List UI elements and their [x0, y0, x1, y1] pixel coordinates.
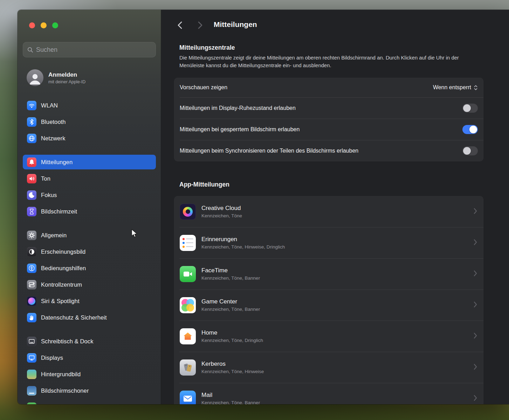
setting-label: Vorschauen zeigen	[180, 84, 227, 91]
moon-icon	[27, 190, 36, 200]
bell-icon	[27, 158, 36, 167]
forward-button[interactable]	[196, 20, 204, 30]
app-row-game-center[interactable]: Game Center Kennzeichen, Töne, Banner	[174, 289, 483, 321]
app-settings-summary: Kennzeichen, Töne, Dringlich	[201, 338, 468, 343]
sidebar-item-label: Ton	[41, 175, 50, 182]
app-row-erinnerungen[interactable]: Erinnerungen Kennzeichen, Töne, Hinweise…	[174, 227, 483, 258]
sidebar-item-label: Bedienungshilfen	[41, 265, 86, 272]
close-button[interactable]	[29, 22, 35, 28]
sidebar-item-siri-spotlight[interactable]: Siri & Spotlight	[23, 294, 156, 308]
appearance-icon	[27, 247, 36, 257]
ruhezustand-toggle[interactable]	[462, 104, 478, 113]
hourglass-icon	[27, 207, 36, 216]
wifi-icon	[27, 101, 36, 110]
section-description: Die Mitteilungszentrale zeigt dir deine …	[179, 54, 478, 69]
wallpaper-icon	[27, 370, 36, 379]
app-name: FaceTime	[201, 267, 468, 274]
sidebar-nav: WLAN Bluetooth Netzwerk Mitteilungen Ton	[23, 98, 156, 404]
bluetooth-icon	[27, 117, 36, 127]
setting-label: Mitteilungen beim Synchronisieren oder T…	[180, 148, 358, 154]
setting-label: Mitteilungen im Display-Ruhezustand erla…	[180, 105, 296, 111]
chevron-right-icon	[474, 395, 477, 402]
globe-icon	[27, 134, 36, 143]
sidebar-item-label: Datenschutz & Sicherheit	[41, 314, 107, 321]
sidebar-item-ton[interactable]: Ton	[23, 171, 156, 186]
sidebar-item-allgemein[interactable]: Allgemein	[23, 228, 156, 243]
facetime-icon	[180, 266, 196, 282]
app-settings-summary: Kennzeichen, Töne, Hinweise, Dringlich	[201, 244, 468, 250]
game-center-icon	[180, 297, 196, 313]
popup-stepper-icon	[474, 85, 478, 91]
toggle-knob	[469, 126, 477, 133]
sidebar-item-label: Netzwerk	[41, 135, 66, 142]
sidebar-item-wlan[interactable]: WLAN	[23, 98, 156, 113]
app-notifications-card: Creative Cloud Kennzeichen, Töne Erinner…	[174, 196, 483, 404]
back-button[interactable]	[176, 20, 184, 30]
minimize-button[interactable]	[41, 22, 47, 28]
sidebar-item-erscheinungsbild[interactable]: Erscheinungsbild	[23, 244, 156, 259]
sidebar-item-label: Displays	[41, 355, 63, 361]
system-settings-window: Anmelden mit deiner Apple-ID WLAN Blueto…	[18, 10, 509, 404]
app-row-home[interactable]: Home Kennzeichen, Töne, Dringlich	[174, 321, 483, 352]
sidebar-item-bluetooth[interactable]: Bluetooth	[23, 114, 156, 129]
synchronisieren-toggle[interactable]	[462, 146, 478, 155]
hand-icon	[27, 313, 36, 322]
sidebar-item-displays[interactable]: Displays	[23, 350, 156, 365]
section-heading-app-mitteilungen: App-Mitteilungen	[179, 181, 229, 188]
reminders-icon	[180, 235, 196, 251]
setting-label: Mitteilungen bei gesperrtem Bildschirm e…	[180, 126, 300, 133]
chevron-right-icon	[474, 239, 477, 247]
setting-row-vorschauen: Vorschauen zeigen Wenn entsperrt	[174, 78, 483, 97]
chevron-right-icon	[474, 332, 477, 340]
sidebar-item-mitteilungen[interactable]: Mitteilungen	[23, 155, 156, 169]
avatar	[27, 69, 43, 86]
sidebar-item-bildschirmschoner[interactable]: Bildschirmschoner	[23, 383, 156, 398]
app-row-kerberos[interactable]: Kerberos Kennzeichen, Töne, Hinweise	[174, 352, 483, 383]
section-heading-mitteilungszentrale: Mitteilungszentrale	[179, 44, 235, 51]
control-center-icon	[27, 280, 36, 289]
sidebar-item-netzwerk[interactable]: Netzwerk	[23, 131, 156, 146]
chevron-right-icon	[474, 301, 477, 309]
notification-center-card: Vorschauen zeigen Wenn entsperrt Mitteil…	[174, 78, 483, 161]
sidebar-item-datenschutz[interactable]: Datenschutz & Sicherheit	[23, 310, 156, 325]
sidebar-item-label: Bildschirmschoner	[41, 387, 89, 394]
toggle-knob	[463, 147, 471, 155]
sidebar-item-bildschirmzeit[interactable]: Bildschirmzeit	[23, 204, 156, 219]
desktop-dock-icon	[27, 337, 36, 346]
sidebar-item-partial[interactable]	[23, 400, 156, 404]
sidebar-item-schreibtisch-dock[interactable]: Schreibtisch & Dock	[23, 334, 156, 349]
chevron-right-icon	[474, 364, 477, 371]
search-input[interactable]	[36, 46, 151, 54]
main-content: Mitteilungen Mitteilungszentrale Die Mit…	[161, 10, 509, 404]
sidebar-item-label: Allgemein	[41, 232, 67, 239]
sidebar-item-label: Mitteilungen	[41, 159, 73, 166]
sidebar-item-fokus[interactable]: Fokus	[23, 188, 156, 202]
gesperrter-bildschirm-toggle[interactable]	[462, 125, 478, 134]
sidebar: Anmelden mit deiner Apple-ID WLAN Blueto…	[18, 10, 161, 404]
mail-icon	[180, 391, 196, 405]
creative-cloud-icon	[180, 204, 196, 220]
search-icon	[27, 47, 33, 53]
window-controls	[29, 22, 58, 28]
sidebar-item-label: Bluetooth	[41, 119, 66, 125]
app-row-creative-cloud[interactable]: Creative Cloud Kennzeichen, Töne	[174, 196, 483, 227]
sidebar-item-kontrollzentrum[interactable]: Kontrollzentrum	[23, 277, 156, 292]
profile-row[interactable]: Anmelden mit deiner Apple-ID	[27, 69, 85, 86]
accessibility-icon	[27, 264, 36, 273]
sidebar-item-hintergrundbild[interactable]: Hintergrundbild	[23, 367, 156, 382]
page-title: Mitteilungen	[214, 20, 257, 29]
zoom-button[interactable]	[52, 22, 58, 28]
sidebar-item-label: Fokus	[41, 192, 57, 198]
sidebar-item-bedienungshilfen[interactable]: Bedienungshilfen	[23, 261, 156, 275]
app-row-mail[interactable]: Mail Kennzeichen, Töne, Banner	[174, 383, 483, 404]
popup-value: Wenn entsperrt	[433, 84, 471, 91]
vorschauen-popup-button[interactable]: Wenn entsperrt	[433, 84, 478, 91]
search-field[interactable]	[23, 42, 156, 57]
app-name: Home	[201, 329, 468, 336]
sidebar-item-label: Bildschirmzeit	[41, 208, 77, 215]
app-row-facetime[interactable]: FaceTime Kennzeichen, Töne, Banner	[174, 258, 483, 289]
sidebar-item-label: Siri & Spotlight	[41, 298, 80, 304]
sidebar-item-label: Erscheinungsbild	[41, 248, 85, 255]
speaker-icon	[27, 174, 36, 183]
toggle-knob	[463, 104, 471, 112]
